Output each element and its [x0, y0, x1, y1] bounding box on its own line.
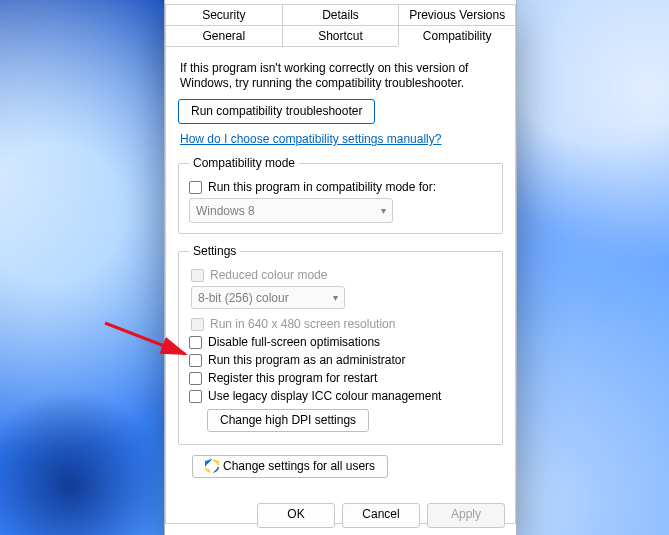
tab-security[interactable]: Security: [165, 4, 283, 25]
shield-icon: [205, 459, 219, 473]
reduced-colour-select: 8-bit (256) colour ▾: [191, 286, 345, 309]
tab-strip: Security Details Previous Versions Gener…: [165, 0, 516, 47]
compat-mode-checkbox[interactable]: [189, 181, 202, 194]
register-restart-label: Register this program for restart: [208, 371, 377, 385]
disable-fullscreen-opt-label: Disable full-screen optimisations: [208, 335, 380, 349]
tab-shortcut[interactable]: Shortcut: [282, 25, 400, 47]
disable-fullscreen-opt-checkbox[interactable]: [189, 336, 202, 349]
run-640x480-label: Run in 640 x 480 screen resolution: [210, 317, 395, 331]
compat-mode-group: Compatibility mode Run this program in c…: [178, 156, 503, 234]
settings-legend: Settings: [189, 244, 240, 258]
register-restart-checkbox[interactable]: [189, 372, 202, 385]
settings-group: Settings Reduced colour mode 8-bit (256)…: [178, 244, 503, 445]
ok-button[interactable]: OK: [257, 503, 335, 528]
chevron-down-icon: ▾: [333, 292, 338, 303]
legacy-icc-label: Use legacy display ICC colour management: [208, 389, 441, 403]
reduced-colour-checkbox: [191, 269, 204, 282]
change-all-users-button[interactable]: Change settings for all users: [192, 455, 388, 478]
compat-mode-legend: Compatibility mode: [189, 156, 299, 170]
reduced-colour-select-value: 8-bit (256) colour: [198, 291, 289, 305]
apply-button: Apply: [427, 503, 505, 528]
tab-body: If this program isn't working correctly …: [165, 47, 516, 524]
intro-text: If this program isn't working correctly …: [180, 61, 501, 91]
run-as-admin-label: Run this program as an administrator: [208, 353, 405, 367]
legacy-icc-checkbox[interactable]: [189, 390, 202, 403]
tab-previous-versions[interactable]: Previous Versions: [398, 4, 516, 25]
properties-dialog: Security Details Previous Versions Gener…: [164, 0, 517, 535]
cancel-button[interactable]: Cancel: [342, 503, 420, 528]
chevron-down-icon: ▾: [381, 205, 386, 216]
tab-details[interactable]: Details: [282, 4, 400, 25]
compat-mode-select-value: Windows 8: [196, 204, 255, 218]
run-troubleshooter-button[interactable]: Run compatibility troubleshooter: [178, 99, 375, 124]
run-as-admin-checkbox[interactable]: [189, 354, 202, 367]
compat-mode-select[interactable]: Windows 8 ▾: [189, 198, 393, 223]
change-all-users-label: Change settings for all users: [223, 459, 375, 473]
change-high-dpi-button[interactable]: Change high DPI settings: [207, 409, 369, 432]
reduced-colour-label: Reduced colour mode: [210, 268, 327, 282]
tab-general[interactable]: General: [165, 25, 283, 47]
help-link[interactable]: How do I choose compatibility settings m…: [180, 132, 441, 146]
compat-mode-label: Run this program in compatibility mode f…: [208, 180, 436, 194]
run-640x480-checkbox: [191, 318, 204, 331]
tab-compatibility[interactable]: Compatibility: [398, 25, 516, 47]
